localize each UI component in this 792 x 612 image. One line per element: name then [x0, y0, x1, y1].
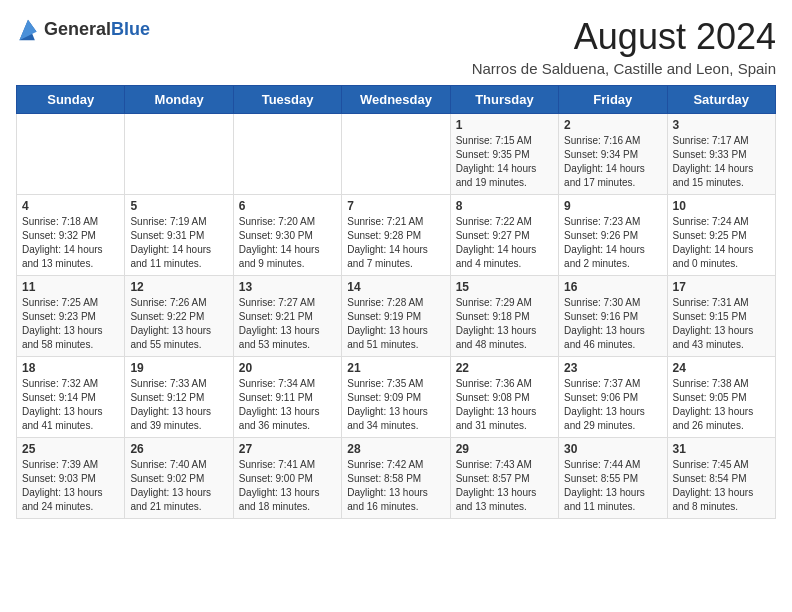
day-info: Sunrise: 7:24 AMSunset: 9:25 PMDaylight:…: [673, 215, 770, 271]
day-number: 30: [564, 442, 661, 456]
day-number: 1: [456, 118, 553, 132]
day-number: 3: [673, 118, 770, 132]
day-info: Sunrise: 7:43 AMSunset: 8:57 PMDaylight:…: [456, 458, 553, 514]
week-row-3: 11Sunrise: 7:25 AMSunset: 9:23 PMDayligh…: [17, 276, 776, 357]
day-info: Sunrise: 7:18 AMSunset: 9:32 PMDaylight:…: [22, 215, 119, 271]
calendar-cell: 27Sunrise: 7:41 AMSunset: 9:00 PMDayligh…: [233, 438, 341, 519]
location: Narros de Salduena, Castille and Leon, S…: [472, 60, 776, 77]
calendar-cell: 7Sunrise: 7:21 AMSunset: 9:28 PMDaylight…: [342, 195, 450, 276]
calendar-cell: 17Sunrise: 7:31 AMSunset: 9:15 PMDayligh…: [667, 276, 775, 357]
day-info: Sunrise: 7:37 AMSunset: 9:06 PMDaylight:…: [564, 377, 661, 433]
calendar-cell: [342, 114, 450, 195]
day-info: Sunrise: 7:23 AMSunset: 9:26 PMDaylight:…: [564, 215, 661, 271]
day-info: Sunrise: 7:39 AMSunset: 9:03 PMDaylight:…: [22, 458, 119, 514]
calendar-cell: 6Sunrise: 7:20 AMSunset: 9:30 PMDaylight…: [233, 195, 341, 276]
weekday-header-friday: Friday: [559, 86, 667, 114]
calendar-cell: 8Sunrise: 7:22 AMSunset: 9:27 PMDaylight…: [450, 195, 558, 276]
day-number: 20: [239, 361, 336, 375]
calendar-cell: 18Sunrise: 7:32 AMSunset: 9:14 PMDayligh…: [17, 357, 125, 438]
week-row-4: 18Sunrise: 7:32 AMSunset: 9:14 PMDayligh…: [17, 357, 776, 438]
day-number: 7: [347, 199, 444, 213]
day-info: Sunrise: 7:19 AMSunset: 9:31 PMDaylight:…: [130, 215, 227, 271]
calendar-cell: [233, 114, 341, 195]
calendar-cell: 12Sunrise: 7:26 AMSunset: 9:22 PMDayligh…: [125, 276, 233, 357]
calendar-cell: 31Sunrise: 7:45 AMSunset: 8:54 PMDayligh…: [667, 438, 775, 519]
day-info: Sunrise: 7:42 AMSunset: 8:58 PMDaylight:…: [347, 458, 444, 514]
week-row-5: 25Sunrise: 7:39 AMSunset: 9:03 PMDayligh…: [17, 438, 776, 519]
day-number: 27: [239, 442, 336, 456]
calendar-cell: 11Sunrise: 7:25 AMSunset: 9:23 PMDayligh…: [17, 276, 125, 357]
weekday-header-tuesday: Tuesday: [233, 86, 341, 114]
calendar-cell: 24Sunrise: 7:38 AMSunset: 9:05 PMDayligh…: [667, 357, 775, 438]
calendar-body: 1Sunrise: 7:15 AMSunset: 9:35 PMDaylight…: [17, 114, 776, 519]
calendar-cell: 23Sunrise: 7:37 AMSunset: 9:06 PMDayligh…: [559, 357, 667, 438]
day-info: Sunrise: 7:45 AMSunset: 8:54 PMDaylight:…: [673, 458, 770, 514]
calendar-cell: 9Sunrise: 7:23 AMSunset: 9:26 PMDaylight…: [559, 195, 667, 276]
day-number: 13: [239, 280, 336, 294]
day-info: Sunrise: 7:22 AMSunset: 9:27 PMDaylight:…: [456, 215, 553, 271]
logo-general: GeneralBlue: [44, 20, 150, 40]
day-number: 21: [347, 361, 444, 375]
calendar-cell: 14Sunrise: 7:28 AMSunset: 9:19 PMDayligh…: [342, 276, 450, 357]
calendar-cell: 29Sunrise: 7:43 AMSunset: 8:57 PMDayligh…: [450, 438, 558, 519]
calendar-cell: 15Sunrise: 7:29 AMSunset: 9:18 PMDayligh…: [450, 276, 558, 357]
day-number: 8: [456, 199, 553, 213]
day-number: 2: [564, 118, 661, 132]
calendar-cell: 26Sunrise: 7:40 AMSunset: 9:02 PMDayligh…: [125, 438, 233, 519]
day-number: 11: [22, 280, 119, 294]
calendar-cell: 13Sunrise: 7:27 AMSunset: 9:21 PMDayligh…: [233, 276, 341, 357]
week-row-1: 1Sunrise: 7:15 AMSunset: 9:35 PMDaylight…: [17, 114, 776, 195]
day-info: Sunrise: 7:36 AMSunset: 9:08 PMDaylight:…: [456, 377, 553, 433]
week-row-2: 4Sunrise: 7:18 AMSunset: 9:32 PMDaylight…: [17, 195, 776, 276]
calendar-cell: [125, 114, 233, 195]
calendar-cell: 5Sunrise: 7:19 AMSunset: 9:31 PMDaylight…: [125, 195, 233, 276]
day-info: Sunrise: 7:28 AMSunset: 9:19 PMDaylight:…: [347, 296, 444, 352]
calendar-cell: 20Sunrise: 7:34 AMSunset: 9:11 PMDayligh…: [233, 357, 341, 438]
day-number: 29: [456, 442, 553, 456]
day-number: 4: [22, 199, 119, 213]
calendar-cell: [17, 114, 125, 195]
calendar-cell: 19Sunrise: 7:33 AMSunset: 9:12 PMDayligh…: [125, 357, 233, 438]
day-info: Sunrise: 7:16 AMSunset: 9:34 PMDaylight:…: [564, 134, 661, 190]
day-number: 18: [22, 361, 119, 375]
logo: GeneralBlue: [16, 16, 150, 44]
day-number: 19: [130, 361, 227, 375]
calendar: SundayMondayTuesdayWednesdayThursdayFrid…: [16, 85, 776, 519]
day-number: 23: [564, 361, 661, 375]
day-info: Sunrise: 7:15 AMSunset: 9:35 PMDaylight:…: [456, 134, 553, 190]
day-info: Sunrise: 7:40 AMSunset: 9:02 PMDaylight:…: [130, 458, 227, 514]
calendar-cell: 16Sunrise: 7:30 AMSunset: 9:16 PMDayligh…: [559, 276, 667, 357]
calendar-cell: 28Sunrise: 7:42 AMSunset: 8:58 PMDayligh…: [342, 438, 450, 519]
day-number: 15: [456, 280, 553, 294]
calendar-cell: 30Sunrise: 7:44 AMSunset: 8:55 PMDayligh…: [559, 438, 667, 519]
day-number: 22: [456, 361, 553, 375]
weekday-header-thursday: Thursday: [450, 86, 558, 114]
day-number: 6: [239, 199, 336, 213]
day-info: Sunrise: 7:25 AMSunset: 9:23 PMDaylight:…: [22, 296, 119, 352]
day-number: 17: [673, 280, 770, 294]
day-number: 26: [130, 442, 227, 456]
calendar-cell: 4Sunrise: 7:18 AMSunset: 9:32 PMDaylight…: [17, 195, 125, 276]
weekday-header-row: SundayMondayTuesdayWednesdayThursdayFrid…: [17, 86, 776, 114]
weekday-header-monday: Monday: [125, 86, 233, 114]
calendar-cell: 22Sunrise: 7:36 AMSunset: 9:08 PMDayligh…: [450, 357, 558, 438]
day-info: Sunrise: 7:33 AMSunset: 9:12 PMDaylight:…: [130, 377, 227, 433]
day-info: Sunrise: 7:41 AMSunset: 9:00 PMDaylight:…: [239, 458, 336, 514]
day-number: 25: [22, 442, 119, 456]
calendar-cell: 10Sunrise: 7:24 AMSunset: 9:25 PMDayligh…: [667, 195, 775, 276]
day-info: Sunrise: 7:29 AMSunset: 9:18 PMDaylight:…: [456, 296, 553, 352]
calendar-cell: 3Sunrise: 7:17 AMSunset: 9:33 PMDaylight…: [667, 114, 775, 195]
day-number: 9: [564, 199, 661, 213]
weekday-header-sunday: Sunday: [17, 86, 125, 114]
day-info: Sunrise: 7:34 AMSunset: 9:11 PMDaylight:…: [239, 377, 336, 433]
logo-icon: [16, 16, 40, 44]
title-area: August 2024 Narros de Salduena, Castille…: [472, 16, 776, 77]
day-info: Sunrise: 7:26 AMSunset: 9:22 PMDaylight:…: [130, 296, 227, 352]
day-info: Sunrise: 7:27 AMSunset: 9:21 PMDaylight:…: [239, 296, 336, 352]
day-info: Sunrise: 7:44 AMSunset: 8:55 PMDaylight:…: [564, 458, 661, 514]
day-info: Sunrise: 7:21 AMSunset: 9:28 PMDaylight:…: [347, 215, 444, 271]
day-number: 5: [130, 199, 227, 213]
calendar-cell: 25Sunrise: 7:39 AMSunset: 9:03 PMDayligh…: [17, 438, 125, 519]
day-info: Sunrise: 7:35 AMSunset: 9:09 PMDaylight:…: [347, 377, 444, 433]
month-year: August 2024: [472, 16, 776, 58]
